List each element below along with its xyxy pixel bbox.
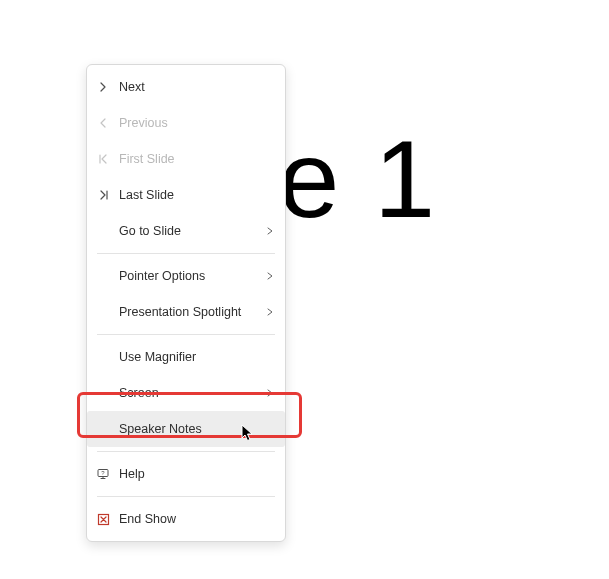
skip-first-icon	[95, 151, 111, 167]
end-show-icon	[95, 511, 111, 527]
menu-item-help[interactable]: ? Help	[87, 456, 285, 492]
chevron-right-icon	[265, 388, 275, 398]
menu-label: Help	[119, 467, 275, 481]
menu-separator	[97, 334, 275, 335]
menu-item-go-to-slide[interactable]: Go to Slide	[87, 213, 285, 249]
menu-separator	[97, 496, 275, 497]
menu-label: Screen	[119, 386, 265, 400]
menu-label: Last Slide	[119, 188, 275, 202]
svg-text:?: ?	[101, 470, 105, 476]
menu-label: Use Magnifier	[119, 350, 275, 364]
menu-item-speaker-notes[interactable]: Speaker Notes	[87, 411, 285, 447]
menu-item-use-magnifier[interactable]: Use Magnifier	[87, 339, 285, 375]
menu-item-presentation-spotlight[interactable]: Presentation Spotlight	[87, 294, 285, 330]
menu-label: Pointer Options	[119, 269, 265, 283]
menu-separator	[97, 253, 275, 254]
menu-item-first-slide[interactable]: First Slide	[87, 141, 285, 177]
chevron-right-icon	[265, 307, 275, 317]
menu-label: End Show	[119, 512, 275, 526]
menu-item-next[interactable]: Next	[87, 69, 285, 105]
menu-label: Speaker Notes	[119, 422, 275, 436]
menu-label: Presentation Spotlight	[119, 305, 265, 319]
chevron-right-icon	[95, 79, 111, 95]
menu-label: First Slide	[119, 152, 275, 166]
menu-label: Go to Slide	[119, 224, 265, 238]
chevron-right-icon	[265, 271, 275, 281]
menu-separator	[97, 451, 275, 452]
menu-item-screen[interactable]: Screen	[87, 375, 285, 411]
chevron-left-icon	[95, 115, 111, 131]
menu-item-end-show[interactable]: End Show	[87, 501, 285, 537]
slideshow-context-menu: Next Previous First Slide Last Slide Go …	[86, 64, 286, 542]
menu-item-pointer-options[interactable]: Pointer Options	[87, 258, 285, 294]
menu-label: Previous	[119, 116, 275, 130]
menu-item-last-slide[interactable]: Last Slide	[87, 177, 285, 213]
menu-item-previous[interactable]: Previous	[87, 105, 285, 141]
menu-label: Next	[119, 80, 275, 94]
skip-last-icon	[95, 187, 111, 203]
help-icon: ?	[95, 466, 111, 482]
chevron-right-icon	[265, 226, 275, 236]
